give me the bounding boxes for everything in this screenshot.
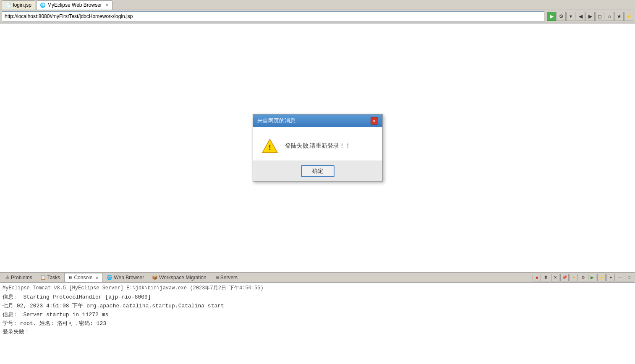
tab-tasks-label: Tasks: [47, 275, 60, 281]
tab-console[interactable]: 🖥 Console ✕: [64, 273, 102, 282]
console-stop-btn[interactable]: ■: [533, 274, 541, 281]
console-pin-btn[interactable]: 📌: [560, 274, 569, 281]
dialog-message: 登陆失败,请重新登录！！: [285, 142, 351, 150]
stop-button[interactable]: ◻: [595, 12, 604, 21]
console-green-btn[interactable]: ▶: [588, 274, 596, 281]
console-terminate-btn[interactable]: ✕: [551, 274, 559, 281]
forward-button[interactable]: ▶: [585, 12, 595, 21]
console-line-2: 七月 02, 2023 4:51:08 下午 org.apache.catali…: [3, 302, 632, 311]
console-clear-btn[interactable]: 🗑: [542, 274, 550, 281]
login-jsp-icon: 📄: [5, 3, 11, 8]
address-bar: ▶ ⚙ ▾ ◀ ▶ ◻ ⌂ ★ ⚡: [0, 10, 635, 23]
problems-icon: ⚠: [5, 275, 10, 280]
tab-myeclipse-browser[interactable]: 🌐 MyEclipse Web Browser ✕: [36, 0, 112, 10]
console-more-btn[interactable]: ▾: [606, 274, 615, 281]
workspace-migration-icon: 📦: [152, 275, 158, 280]
console-line-5: 登录失败！: [3, 328, 632, 337]
web-browser-icon: 🌐: [107, 275, 112, 280]
warning-icon: !: [261, 138, 278, 154]
bottom-tab-bar: ⚠ Problems 📋 Tasks 🖥 Console ✕ 🌐 Web Bro…: [0, 273, 635, 283]
bookmark-button[interactable]: ★: [614, 12, 624, 21]
home-button[interactable]: ⌂: [605, 12, 614, 21]
console-tab-close[interactable]: ✕: [95, 276, 99, 280]
console-line-4: 学号: root. 姓名: 洛可可，密码: 123: [3, 320, 632, 328]
dropdown-button[interactable]: ▾: [566, 12, 575, 21]
tab-servers-label: Servers: [220, 275, 238, 281]
dialog-title-bar: 来自网页的消息 ×: [253, 114, 382, 127]
tab-console-label: Console: [74, 275, 92, 281]
console-filter-btn[interactable]: ⚙: [579, 274, 587, 281]
servers-icon: 🖥: [214, 275, 219, 280]
back-button[interactable]: ◀: [576, 12, 585, 21]
refresh-button[interactable]: ⚙: [557, 12, 566, 21]
browser-tab-icon: 🌐: [40, 3, 46, 8]
console-line-3: 信息: Server startup in 11272 ms: [3, 311, 632, 320]
console-area: MyEclipse Tomcat v8.5 [MyEclipse Server]…: [0, 283, 635, 364]
tab-browser-label: MyEclipse Web Browser: [47, 2, 102, 8]
console-highlight-btn[interactable]: ✦: [570, 274, 578, 281]
console-icon: 🖥: [68, 275, 73, 280]
dialog-body: ! 登陆失败,请重新登录！！: [253, 127, 382, 161]
svg-text:!: !: [269, 143, 271, 152]
tab-web-browser[interactable]: 🌐 Web Browser: [103, 273, 148, 282]
dialog-overlay: 来自网页的消息 × ! 登陆失败,请重新登录！！ 确定: [0, 23, 635, 272]
tasks-icon: 📋: [40, 275, 46, 280]
tab-login-jsp-label: login.jsp: [13, 2, 31, 8]
address-input[interactable]: [2, 11, 544, 21]
console-minimize-btn[interactable]: —: [616, 274, 624, 281]
console-settings-btn[interactable]: ⚡: [597, 274, 606, 281]
tab-problems[interactable]: ⚠ Problems: [2, 273, 36, 282]
more-button[interactable]: ⚡: [624, 12, 633, 21]
tab-workspace-migration[interactable]: 📦 Workspace Migration: [148, 273, 210, 282]
tab-tasks[interactable]: 📋 Tasks: [37, 273, 64, 282]
console-subtitle: MyEclipse Tomcat v8.5 [MyEclipse Server]…: [3, 284, 632, 292]
tab-bar: 📄 login.jsp 🌐 MyEclipse Web Browser ✕: [0, 0, 635, 10]
console-line-1: 信息: Starting ProtocolHandler [ajp-nio-80…: [3, 293, 632, 302]
run-button[interactable]: ▶: [547, 12, 556, 21]
tab-login-jsp[interactable]: 📄 login.jsp: [2, 0, 35, 10]
dialog-title: 来自网页的消息: [257, 117, 295, 125]
bottom-panel: ⚠ Problems 📋 Tasks 🖥 Console ✕ 🌐 Web Bro…: [0, 272, 635, 364]
dialog-confirm-button[interactable]: 确定: [301, 165, 334, 177]
tab-problems-label: Problems: [11, 275, 32, 281]
console-maximize-btn[interactable]: □: [625, 274, 633, 281]
dialog-close-button[interactable]: ×: [371, 117, 378, 125]
dialog: 来自网页的消息 × ! 登陆失败,请重新登录！！ 确定: [253, 114, 383, 182]
tab-workspace-migration-label: Workspace Migration: [159, 275, 206, 281]
tab-servers[interactable]: 🖥 Servers: [211, 273, 241, 282]
tab-web-browser-label: Web Browser: [114, 275, 144, 281]
tab-browser-close[interactable]: ✕: [105, 3, 109, 8]
browser-content: 来自网页的消息 × ! 登陆失败,请重新登录！！ 确定: [0, 23, 635, 272]
dialog-footer: 确定: [253, 161, 382, 181]
